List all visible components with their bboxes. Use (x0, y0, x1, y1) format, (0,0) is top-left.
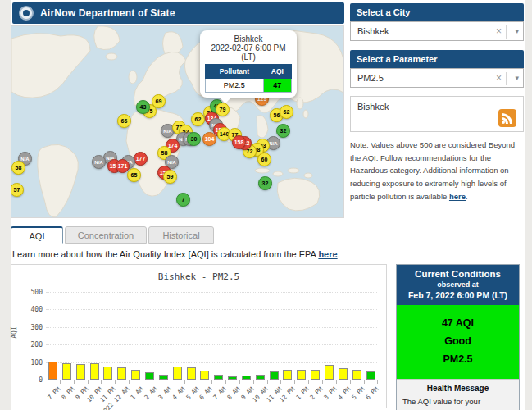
popup-city: Bishkek (205, 34, 292, 43)
chart-x-tick (143, 380, 143, 384)
state-department-seal-icon (19, 6, 34, 20)
chart-bar[interactable] (131, 370, 140, 380)
chart-bar[interactable] (90, 363, 99, 380)
chart-bar[interactable] (270, 371, 279, 380)
chart-bar[interactable] (214, 375, 223, 380)
chart-gridline (46, 309, 377, 310)
tab-aqi[interactable]: AQI (11, 226, 63, 244)
parameter-select[interactable]: PM2.5 × ▾ (350, 68, 524, 88)
chart-x-tick-label: 4 AM (171, 385, 186, 401)
map-popup: Bishkek 2022-02-07 6:00 PM (LT) Pollutan… (200, 30, 297, 98)
chart-x-tick-label: 8 AM (225, 385, 241, 401)
learn-more-here-link[interactable]: here (318, 249, 337, 259)
chart-bar[interactable] (200, 371, 209, 380)
chart-x-tick (74, 380, 75, 384)
chart-bar[interactable] (145, 372, 154, 380)
map-marker[interactable]: 62 (280, 105, 293, 119)
city-select[interactable]: Bishkek × ▾ (350, 21, 524, 41)
city-caret-down-icon[interactable]: ▾ (515, 27, 519, 35)
chart-bar[interactable] (297, 370, 306, 380)
map-marker[interactable]: N/A (92, 155, 106, 169)
chart-y-tick-label: 400 (21, 306, 43, 313)
chart-bar[interactable] (76, 364, 85, 380)
chart-x-tick (267, 380, 268, 384)
aqi-value: 47 AQI (398, 315, 517, 333)
chart-bar[interactable] (117, 367, 126, 380)
chart-bar[interactable] (159, 375, 168, 380)
tab-historical[interactable]: Historical (148, 226, 214, 244)
map-marker[interactable]: 58 (11, 161, 25, 175)
aqi-chart-panel: Bishkek - PM2.5 AQI 01002003004005007 PM… (11, 264, 387, 408)
map-marker[interactable]: 177 (134, 152, 148, 166)
note-here-link[interactable]: here (449, 192, 466, 201)
chart-bar[interactable] (339, 368, 348, 380)
sidebar: Select a City Bishkek × ▾ Select a Param… (350, 3, 524, 203)
tab-concentration[interactable]: Concentration (65, 226, 147, 244)
aqi-status-box: 47 AQI Good PM2.5 (397, 305, 519, 379)
chart-bar[interactable] (366, 371, 375, 380)
chart-x-tick (322, 380, 323, 384)
chart-x-tick-label: 3 PM (322, 385, 338, 401)
health-message-title: Health Message (402, 384, 513, 393)
chart-x-tick-label: 6 AM (198, 385, 214, 401)
observed-at-label: observed at (398, 280, 517, 289)
chart-bar[interactable] (173, 367, 182, 380)
map-marker[interactable]: 59 (163, 170, 177, 184)
health-message-box: Health Message The AQI value for your co… (397, 379, 519, 410)
tab-bar: AQI Concentration Historical (11, 226, 216, 244)
map-marker[interactable]: 30 (187, 132, 201, 146)
chart-x-tick-label: 3 AM (157, 385, 172, 401)
chart-bar[interactable] (242, 376, 251, 380)
popup-pointer (220, 98, 231, 109)
chart-x-tick-label: 2 AM (143, 385, 158, 401)
page: AirNow Department of State (0, 0, 532, 410)
chart-gridline (46, 292, 377, 293)
chart-bar[interactable] (48, 362, 57, 380)
chart-x-tick-label: 5 AM (184, 385, 200, 401)
chart-x-tick-label: 5 PM (350, 385, 366, 401)
chart-x-tick (253, 380, 254, 384)
map-marker[interactable]: 104 (202, 132, 216, 146)
current-conditions-panel: Current Conditions observed at Feb 7, 20… (396, 264, 520, 410)
popup-timezone: (LT) (205, 52, 292, 61)
current-conditions-title: Current Conditions (398, 269, 517, 279)
map-marker[interactable]: 7 (176, 193, 190, 207)
chart-bar[interactable] (283, 370, 292, 380)
note-body: Note: Values above 500 are considered Be… (350, 140, 515, 201)
chart-bar[interactable] (311, 370, 320, 380)
chart-x-tick-label: 1 AM (129, 385, 144, 401)
parameter-clear-icon[interactable]: × (496, 72, 502, 84)
app-header: AirNow Department of State (12, 2, 344, 24)
map-marker[interactable]: 43 (136, 100, 150, 114)
chart-x-tick-label: 2 PM (308, 385, 324, 401)
chart-bar[interactable] (256, 375, 265, 380)
chart-y-tick-label: 0 (21, 376, 43, 384)
map-marker[interactable]: 65 (127, 168, 141, 182)
chart-bar[interactable] (62, 363, 71, 380)
chart-x-tick (350, 380, 351, 384)
observed-datetime: Feb 7, 2022 6:00 PM (LT) (398, 290, 517, 300)
map-marker[interactable]: 32 (258, 176, 272, 190)
parameter-select-value: PM2.5 (357, 73, 384, 83)
chart-bar[interactable] (352, 370, 361, 380)
rss-icon[interactable] (498, 109, 516, 127)
chart-bar[interactable] (325, 365, 334, 380)
note-period: . (466, 192, 468, 201)
chart-x-tick-label: 4 PM (336, 385, 352, 401)
chart-x-tick (115, 380, 116, 384)
chart-bar[interactable] (187, 367, 196, 380)
chart-y-tick-label: 500 (21, 289, 43, 296)
map-marker[interactable]: 60 (257, 153, 271, 166)
city-clear-icon[interactable]: × (496, 25, 502, 37)
parameter-caret-down-icon[interactable]: ▾ (515, 74, 519, 82)
popup-col-pollutant: Pollutant (206, 65, 264, 79)
popup-datetime: 2022-02-07 6:00 PM (205, 43, 292, 52)
chart-x-tick (129, 380, 130, 384)
content: AirNow Department of State (11, 0, 525, 410)
map-marker[interactable]: 66 (117, 114, 131, 128)
chart-bar[interactable] (228, 376, 237, 380)
chart-bar[interactable] (103, 367, 112, 380)
map-marker[interactable]: 158 (232, 135, 246, 149)
world-map[interactable]: 6669754362551344779N/A15414077104N/A7752… (11, 25, 344, 218)
map-marker[interactable]: 32 (276, 124, 290, 138)
